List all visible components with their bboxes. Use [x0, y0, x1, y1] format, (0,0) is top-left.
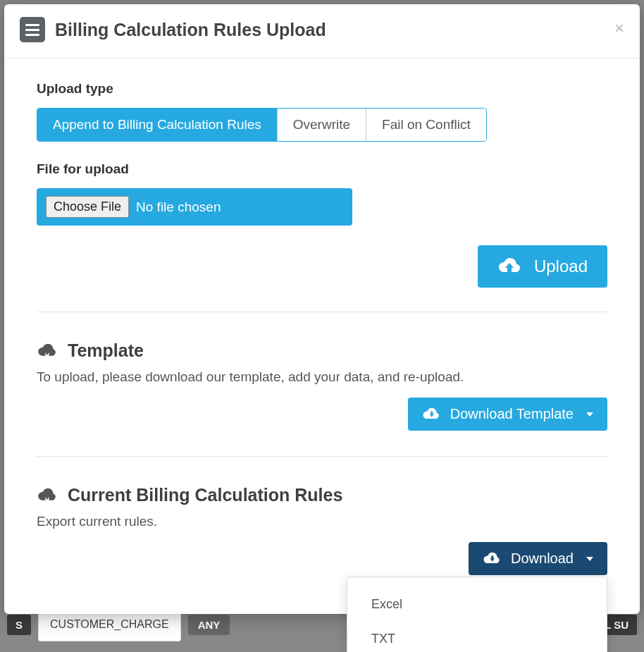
cloud-download-icon [422, 407, 440, 422]
upload-button-label: Upload [534, 257, 588, 276]
modal-header: Billing Calculation Rules Upload × [4, 4, 640, 59]
download-rules-button[interactable]: Download [469, 542, 607, 575]
download-template-label: Download Template [450, 406, 574, 422]
file-input-zone[interactable]: Choose File No file chosen [37, 188, 352, 226]
upload-type-append[interactable]: Append to Billing Calculation Rules [37, 109, 277, 141]
cloud-download-icon [37, 488, 58, 503]
current-rules-title: Current Billing Calculation Rules [68, 485, 342, 505]
chevron-down-icon [586, 557, 593, 561]
file-status-text: No file chosen [136, 199, 221, 215]
cloud-upload-icon [497, 257, 521, 276]
modal-title: Billing Calculation Rules Upload [55, 20, 326, 40]
close-button[interactable]: × [614, 20, 624, 37]
current-rules-header: Current Billing Calculation Rules [37, 485, 607, 505]
template-title: Template [68, 340, 144, 361]
chevron-down-icon [586, 412, 593, 417]
current-rules-desc: Export current rules. [37, 514, 607, 529]
upload-type-group: Append to Billing Calculation Rules Over… [37, 108, 487, 142]
upload-modal: Billing Calculation Rules Upload × Uploa… [4, 4, 640, 614]
current-rules-action-row: Download Excel TXT [37, 542, 607, 575]
divider [37, 312, 607, 312]
template-header: Template [37, 340, 607, 361]
download-option-excel[interactable]: Excel [347, 587, 607, 622]
upload-type-fail-on-conflict[interactable]: Fail on Conflict [366, 109, 486, 141]
file-upload-label: File for upload [37, 161, 607, 177]
download-option-txt[interactable]: TXT [347, 622, 607, 652]
cloud-download-icon [37, 343, 58, 359]
choose-file-button[interactable]: Choose File [46, 196, 129, 218]
upload-button[interactable]: Upload [478, 245, 607, 288]
cloud-download-icon [483, 552, 501, 566]
template-action-row: Download Template [37, 398, 607, 431]
download-rules-label: Download [511, 550, 574, 567]
upload-type-label: Upload type [37, 81, 607, 97]
upload-type-overwrite[interactable]: Overwrite [277, 109, 366, 141]
download-dropdown: Excel TXT [347, 577, 607, 652]
book-icon [20, 17, 45, 42]
template-desc: To upload, please download our template,… [37, 369, 607, 385]
download-template-button[interactable]: Download Template [408, 398, 607, 431]
upload-action-row: Upload [37, 245, 607, 288]
modal-body: Upload type Append to Billing Calculatio… [4, 59, 640, 620]
divider [37, 456, 607, 457]
